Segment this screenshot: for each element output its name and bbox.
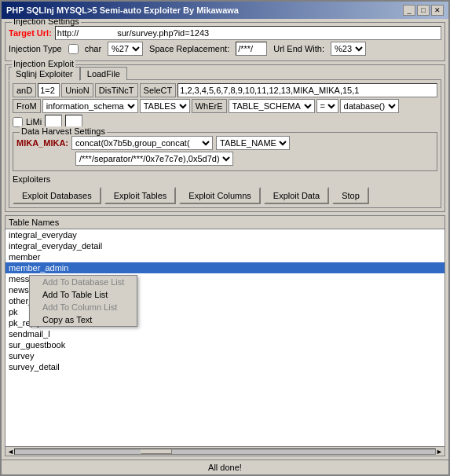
distinct-button[interactable]: DisTiNcT <box>95 83 138 97</box>
window-controls: _ □ ✕ <box>403 5 444 16</box>
scroll-thumb[interactable] <box>141 449 172 454</box>
injection-exploit-group: Injection Exploit Sqlinj Exploiter LoadF… <box>5 64 445 212</box>
exploit-data-button[interactable]: Exploit Data <box>264 187 329 204</box>
limit-label: LiMi <box>26 117 42 126</box>
from-button[interactable]: FroM <box>13 99 41 113</box>
data-harvest-label: Data Harvest Settings <box>20 126 107 136</box>
tab-loadfile[interactable]: LoadFile <box>80 67 127 80</box>
context-menu: Add To Database List Add To Table List A… <box>29 275 137 327</box>
horizontal-scrollbar[interactable]: ◄ ► <box>5 446 445 456</box>
char-checkbox[interactable] <box>68 44 79 54</box>
injection-type-row: Injection Type char %27 Space Replacemen… <box>9 42 441 56</box>
mika-row-1: MIKA_MIKA: concat(0x7b5b,group_concat( T… <box>16 136 434 150</box>
union-button[interactable]: UnioN <box>61 83 93 97</box>
target-url-row: Target Url: <box>9 26 441 40</box>
list-item-selected[interactable]: member_admin <box>5 262 445 273</box>
injection-type-select[interactable]: %27 <box>108 42 143 56</box>
columns-input[interactable] <box>177 83 437 97</box>
target-url-label: Target Url: <box>9 28 52 38</box>
url-end-with-select[interactable]: %23 <box>331 42 366 56</box>
and-button[interactable]: anD <box>13 83 36 97</box>
close-button[interactable]: ✕ <box>431 5 444 16</box>
where-button[interactable]: WhErE <box>192 99 227 113</box>
injection-type-label: Injection Type <box>9 44 62 53</box>
data-harvest-group: Data Harvest Settings MIKA_MIKA: concat(… <box>13 132 437 171</box>
tables-select[interactable]: TABLES <box>140 99 190 113</box>
window-title: PHP SQLInj MYSQL>5 Semi-auto Exploiter B… <box>6 5 239 15</box>
url-end-with-label: Url End With: <box>273 44 324 53</box>
mika-row-2: /***/separator/***/0x7e7c7e),0x5d7d) <box>16 152 434 166</box>
exploit-row-2: FroM information_schema TABLES WhErE TAB… <box>13 99 437 113</box>
exploit-databases-button[interactable]: Exploit Databases <box>13 187 101 204</box>
context-add-database: Add To Database List <box>30 276 137 288</box>
maximize-button[interactable]: □ <box>417 5 430 16</box>
exploiters-label-row: Exploiters <box>13 174 437 184</box>
context-add-column: Add To Column List <box>30 301 137 313</box>
value-select[interactable]: database() <box>340 99 399 113</box>
schema-select[interactable]: information_schema <box>42 99 138 113</box>
minimize-button[interactable]: _ <box>403 5 415 16</box>
select-button[interactable]: SeleCT <box>140 83 177 97</box>
list-item[interactable]: survey_detail <box>5 361 445 372</box>
main-content: Injection Settings Target Url: Injection… <box>2 19 448 460</box>
table-names-title: Table Names <box>5 216 445 229</box>
scroll-left-arrow[interactable]: ◄ <box>7 448 14 456</box>
concat-select[interactable]: concat(0x7b5b,group_concat( <box>71 136 213 150</box>
scroll-track[interactable] <box>14 449 436 455</box>
tab-sqlinj[interactable]: Sqlinj Exploiter <box>9 67 80 81</box>
exploit-columns-button[interactable]: Exploit Columns <box>179 187 260 204</box>
exploit-buttons-row: Exploit Databases Exploit Tables Exploit… <box>13 187 437 204</box>
exploit-tab-content: anD UnioN DisTiNcT SeleCT FroM informati… <box>9 79 441 208</box>
limit-checkbox[interactable] <box>13 117 23 127</box>
op-select[interactable]: = <box>316 99 338 113</box>
list-item[interactable]: sur_guestbook <box>5 339 445 350</box>
exploit-tables-button[interactable]: Exploit Tables <box>104 187 177 204</box>
list-item[interactable]: sendmail_l <box>5 328 445 339</box>
context-copy-text[interactable]: Copy as Text <box>30 313 137 326</box>
table-names-box: Table Names integral_everyday integral_e… <box>5 215 445 456</box>
exploiters-label: Exploiters <box>13 174 50 184</box>
condition-select[interactable]: TABLE_SCHEMA <box>229 99 315 113</box>
exploit-tabs: Sqlinj Exploiter LoadFile <box>9 67 441 80</box>
statusbar: All done! <box>2 460 448 474</box>
stop-button[interactable]: Stop <box>332 187 369 204</box>
separator-select[interactable]: /***/separator/***/0x7e7c7e),0x5d7d) <box>75 152 233 166</box>
eq-input[interactable] <box>38 83 60 97</box>
list-item[interactable]: integral_everyday_detail <box>5 240 445 251</box>
table-list-scroll[interactable]: integral_everyday integral_everyday_deta… <box>5 229 445 446</box>
main-window: PHP SQLInj MYSQL>5 Semi-auto Exploiter B… <box>0 0 450 476</box>
list-item[interactable]: member <box>5 251 445 262</box>
target-url-input[interactable] <box>55 26 441 40</box>
table-name-select[interactable]: TABLE_NAME <box>216 136 290 150</box>
list-item[interactable]: survey <box>5 350 445 361</box>
status-text: All done! <box>208 463 242 472</box>
injection-settings-label: Injection Settings <box>12 19 81 26</box>
table-list-area: integral_everyday integral_everyday_deta… <box>5 229 445 446</box>
list-item[interactable]: integral_everyday <box>5 229 445 240</box>
scroll-right-arrow[interactable]: ► <box>436 448 443 456</box>
space-replacement-label: Space Replacement: <box>149 44 229 53</box>
char-label: char <box>85 44 101 53</box>
injection-exploit-label: Injection Exploit <box>12 59 75 68</box>
exploit-row-1: anD UnioN DisTiNcT SeleCT <box>13 83 437 97</box>
injection-settings-group: Injection Settings Target Url: Injection… <box>5 22 445 61</box>
titlebar: PHP SQLInj MYSQL>5 Semi-auto Exploiter B… <box>2 2 448 19</box>
mika-mika-label: MIKA_MIKA: <box>16 138 68 148</box>
space-replacement-input[interactable] <box>236 42 267 56</box>
context-add-table[interactable]: Add To Table List <box>30 288 137 301</box>
